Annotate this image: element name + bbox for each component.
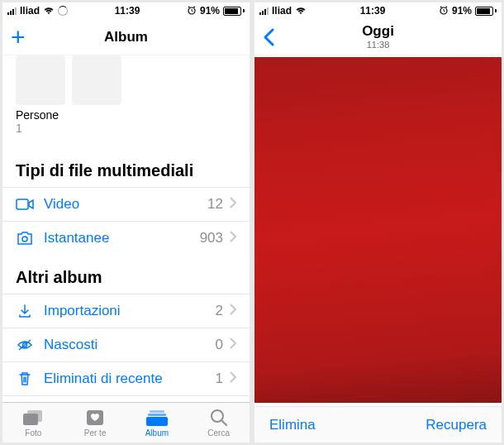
- row-label: Importazioni: [44, 303, 216, 319]
- section-header-media-types: Tipi di file multimediali: [2, 148, 250, 187]
- album-thumbnail[interactable]: [72, 55, 121, 105]
- tab-albums[interactable]: Album: [126, 403, 188, 443]
- alarm-icon: [439, 5, 449, 17]
- carrier-label: Iliad: [20, 5, 40, 17]
- alarm-icon: [187, 5, 197, 17]
- status-time: 11:39: [360, 5, 386, 17]
- row-recently-deleted[interactable]: Eliminati di recente 1: [2, 361, 250, 396]
- download-icon: [16, 303, 34, 319]
- wifi-icon: [295, 7, 307, 15]
- battery-icon: [223, 7, 245, 16]
- signal-icon: [259, 7, 269, 15]
- row-imports[interactable]: Importazioni 2: [2, 294, 250, 328]
- tab-photos[interactable]: Foto: [2, 403, 64, 443]
- search-icon: [210, 408, 228, 428]
- row-count: 12: [207, 196, 223, 213]
- row-count: 0: [216, 337, 223, 353]
- photos-icon: [22, 408, 44, 428]
- screenshot-icon: [16, 230, 34, 246]
- carrier-label: Iliad: [272, 5, 292, 17]
- nav-title: Album: [104, 29, 148, 45]
- svg-rect-1: [17, 199, 28, 209]
- albums-icon: [146, 408, 168, 428]
- plus-icon: +: [11, 25, 26, 50]
- chevron-right-icon: [230, 231, 236, 246]
- nav-bar: Oggi 11:38: [254, 19, 502, 55]
- photo-preview: [254, 57, 502, 403]
- tab-label: Album: [145, 428, 169, 438]
- row-count: 1: [216, 371, 223, 387]
- signal-icon: [7, 7, 17, 15]
- row-count: 2: [216, 303, 223, 319]
- loading-spinner-icon: [58, 6, 68, 16]
- albums-screen: Iliad 11:39 91% + Album Pers: [2, 2, 250, 443]
- chevron-right-icon: [230, 197, 236, 212]
- photo-viewer[interactable]: [254, 55, 502, 406]
- for-you-icon: [86, 408, 104, 428]
- album-caption-persone: Persone: [2, 105, 250, 122]
- tab-search[interactable]: Cerca: [188, 403, 250, 443]
- nav-bar: + Album: [2, 19, 250, 55]
- wifi-icon: [43, 7, 55, 15]
- recover-button[interactable]: Recupera: [426, 417, 487, 433]
- chevron-right-icon: [230, 304, 236, 318]
- nav-subtitle: 11:38: [362, 40, 394, 50]
- album-count-persone: 1: [2, 122, 250, 148]
- row-screenshots[interactable]: Istantanee 903: [2, 221, 250, 255]
- status-bar: Iliad 11:39 91%: [2, 2, 250, 19]
- row-count: 903: [200, 230, 223, 246]
- video-icon: [16, 196, 34, 213]
- tab-label: Cerca: [207, 428, 230, 438]
- svg-point-2: [22, 237, 27, 242]
- chevron-left-icon: [263, 28, 274, 46]
- back-button[interactable]: [263, 19, 274, 55]
- chevron-right-icon: [230, 337, 236, 352]
- nav-title: Oggi: [362, 23, 394, 40]
- svg-rect-5: [27, 410, 42, 422]
- chevron-right-icon: [230, 371, 236, 386]
- row-label: Nascosti: [44, 337, 216, 353]
- tab-bar: Foto Per te Album Cerca: [2, 402, 250, 443]
- battery-icon: [475, 7, 497, 16]
- row-label: Eliminati di recente: [44, 371, 216, 387]
- row-video[interactable]: Video 12: [2, 187, 250, 221]
- row-label: Istantanee: [44, 230, 200, 246]
- deleted-photo-screen: Iliad 11:39 91% Oggi 11:38 E: [254, 2, 502, 443]
- svg-rect-9: [146, 417, 168, 426]
- add-album-button[interactable]: +: [11, 19, 26, 55]
- toolbar: Elimina Recupera: [254, 406, 502, 443]
- status-bar: Iliad 11:39 91%: [254, 2, 502, 19]
- eye-slash-icon: [16, 337, 34, 353]
- tab-label: Per te: [84, 428, 107, 438]
- delete-button[interactable]: Elimina: [269, 417, 316, 433]
- row-label: Video: [44, 196, 207, 213]
- album-thumbnail[interactable]: [16, 55, 65, 105]
- battery-percent: 91%: [452, 5, 472, 17]
- battery-percent: 91%: [200, 5, 220, 17]
- svg-rect-8: [148, 414, 166, 416]
- status-time: 11:39: [115, 5, 140, 17]
- row-hidden[interactable]: Nascosti 0: [2, 328, 250, 361]
- tab-label: Foto: [25, 428, 41, 438]
- svg-rect-7: [150, 410, 164, 413]
- tab-for-you[interactable]: Per te: [64, 403, 126, 443]
- section-header-other-albums: Altri album: [2, 255, 250, 294]
- trash-icon: [16, 371, 34, 387]
